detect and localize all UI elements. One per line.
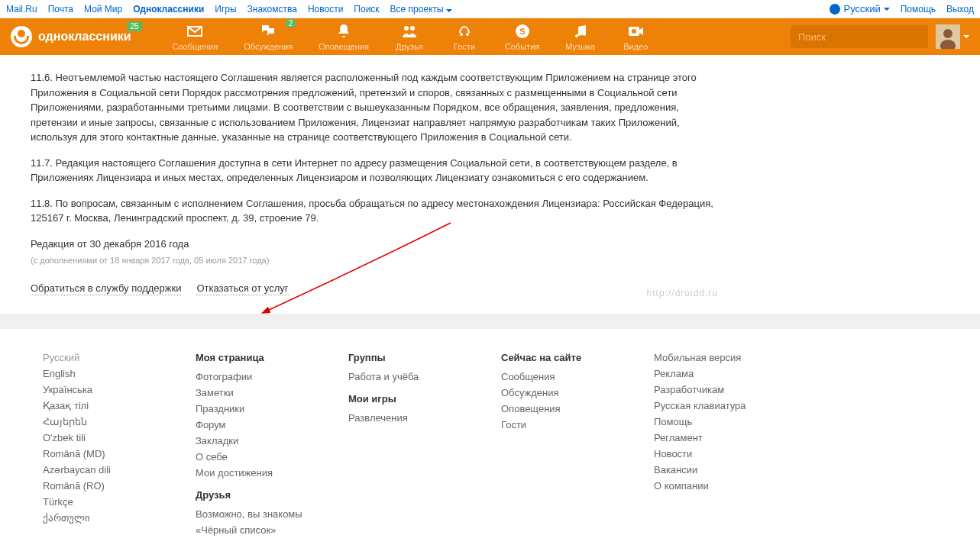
footer-col-languages: РусскийEnglishУкраїнськаҚазақ тіліՀայերե… [43, 352, 150, 536]
decline-services-link[interactable]: Отказаться от услуг [196, 282, 288, 295]
mypage-link-4[interactable]: Закладки [196, 435, 302, 446]
topbar-link-2[interactable]: Мой Мир [84, 4, 122, 15]
revision-addendum: (с дополнениями от 18 января 2017 года, … [31, 254, 726, 267]
paragraph-11-6: 11.6. Неотъемлемой частью настоящего Сог… [31, 70, 726, 145]
current-language: Русский [43, 352, 150, 363]
about-link-2[interactable]: Разработчикам [654, 384, 761, 395]
friends-link-1[interactable]: «Чёрный список» [196, 524, 302, 536]
bell-icon [335, 22, 353, 40]
topbar-link-3[interactable]: Одноклассники [133, 4, 204, 15]
mypage-link-5[interactable]: О себе [196, 451, 302, 463]
exit-link[interactable]: Выход [946, 4, 974, 15]
svg-point-1 [410, 26, 415, 31]
logo-badge: 25 [127, 21, 141, 31]
nav-mail[interactable]: Сообщения [162, 21, 229, 53]
logo[interactable]: одноклассники 25 [11, 26, 131, 47]
topbar-link-1[interactable]: Почта [48, 4, 73, 15]
about-link-6[interactable]: Новости [654, 448, 761, 459]
nav-items: СообщенияОбсуждения2ОповещенияДрузьяГост… [162, 21, 783, 53]
main-content: 11.6. Неотъемлемой частью настоящего Сог… [0, 55, 756, 314]
music-icon [571, 22, 590, 40]
nav-badge: 2 [286, 19, 296, 27]
mypage-link-0[interactable]: Фотографии [196, 371, 302, 382]
games-link-0[interactable]: Развлечения [348, 412, 455, 424]
nav-label: Сообщения [173, 42, 218, 51]
about-link-7[interactable]: Вакансии [654, 464, 761, 475]
friends-icon [400, 22, 419, 40]
lang-link-5[interactable]: Română (MD) [43, 448, 150, 459]
about-link-8[interactable]: О компании [654, 480, 761, 492]
topbar-link-7[interactable]: Поиск [354, 4, 379, 15]
nav-chat[interactable]: Обсуждения2 [233, 21, 303, 53]
nav-guests[interactable]: Гости [439, 21, 490, 53]
mypage-link-1[interactable]: Заметки [196, 387, 302, 398]
nav-video[interactable]: Видео [610, 21, 661, 53]
groups-link-0[interactable]: Работа и учёба [348, 371, 455, 382]
footer-head-groups: Группы [348, 352, 455, 363]
footer-head-mypage: Моя страница [196, 352, 302, 363]
nav-label: Гости [454, 42, 475, 51]
online-link-0[interactable]: Сообщения [501, 371, 608, 382]
language-selector[interactable]: Русский [830, 3, 889, 15]
mypage-link-6[interactable]: Мои достижения [196, 467, 302, 479]
lang-link-3[interactable]: Հայերեն [43, 416, 150, 427]
svg-text:S: S [519, 27, 525, 36]
svg-point-3 [466, 33, 469, 36]
top-bar: Mail.RuПочтаМой МирОдноклассникиИгрыЗнак… [0, 0, 980, 18]
lang-link-7[interactable]: Română (RO) [43, 480, 150, 492]
about-link-5[interactable]: Регламент [654, 432, 761, 443]
video-icon [626, 22, 645, 40]
mypage-link-3[interactable]: Форум [196, 419, 302, 430]
nav-bell[interactable]: Оповещения [308, 21, 380, 53]
footer-col-online: Сейчас на сайтеСообщенияОбсужденияОповещ… [501, 352, 608, 536]
contact-support-link[interactable]: Обратиться в службу поддержки [31, 282, 181, 295]
user-avatar[interactable] [936, 24, 960, 49]
footer-col-groups: ГруппыРабота и учёбаМои игрыРазвлечения [348, 352, 455, 536]
help-link[interactable]: Помощь [901, 4, 936, 15]
online-link-1[interactable]: Обсуждения [501, 387, 608, 398]
guests-icon [455, 22, 474, 40]
topbar-link-4[interactable]: Игры [215, 4, 236, 15]
footer: РусскийEnglishУкраїнськаҚазақ тіліՀայերե… [0, 329, 980, 549]
about-link-0[interactable]: Мобильная версия [654, 352, 761, 363]
nav-events[interactable]: SСобытия [494, 21, 550, 53]
svg-point-11 [943, 29, 953, 38]
svg-point-0 [404, 26, 409, 31]
topbar-link-0[interactable]: Mail.Ru [6, 4, 37, 15]
footer-head-friends: Друзья [196, 489, 302, 501]
footer-col-mypage: Моя страницаФотографииЗаметкиПраздникиФо… [196, 352, 302, 536]
online-link-3[interactable]: Гости [501, 419, 608, 430]
avatar-icon [936, 24, 960, 49]
globe-icon [830, 4, 840, 15]
about-link-4[interactable]: Помощь [654, 416, 761, 427]
online-link-2[interactable]: Оповещения [501, 403, 608, 414]
lang-link-4[interactable]: O'zbek tili [43, 432, 150, 443]
topbar-link-5[interactable]: Знакомства [247, 4, 297, 15]
nav-label: Обсуждения [244, 42, 293, 51]
ok-logo-icon [11, 26, 32, 47]
mypage-link-2[interactable]: Праздники [196, 403, 302, 414]
nav-label: Музыка [565, 42, 595, 51]
nav-label: Друзья [396, 42, 423, 51]
lang-label: Русский [843, 3, 880, 15]
about-link-1[interactable]: Реклама [654, 368, 761, 379]
lang-link-8[interactable]: Türkçe [43, 496, 150, 508]
about-link-3[interactable]: Русская клавиатура [654, 400, 761, 411]
paragraph-11-7: 11.7. Редакция настоящего Соглашения дос… [31, 156, 726, 185]
topbar-link-8[interactable]: Все проекты [390, 4, 452, 15]
lang-link-9[interactable]: ქართული [43, 512, 150, 524]
paragraph-11-8: 11.8. По вопросам, связанным с исполнени… [31, 196, 726, 226]
lang-link-6[interactable]: Azərbaycan dili [43, 464, 150, 475]
nav-friends[interactable]: Друзья [384, 21, 435, 53]
topbar-link-6[interactable]: Новости [308, 4, 343, 15]
lang-link-2[interactable]: Қазақ тілі [43, 400, 150, 411]
nav-music[interactable]: Музыка [555, 21, 606, 53]
search-input[interactable] [791, 31, 934, 43]
svg-point-7 [632, 29, 636, 34]
friends-link-0[interactable]: Возможно, вы знакомы [196, 508, 302, 520]
nav-label: События [505, 42, 539, 51]
avatar-caret-icon[interactable] [963, 35, 969, 38]
footer-head-games: Мои игры [348, 393, 455, 405]
lang-link-1[interactable]: Українська [43, 384, 150, 395]
lang-link-0[interactable]: English [43, 368, 150, 379]
